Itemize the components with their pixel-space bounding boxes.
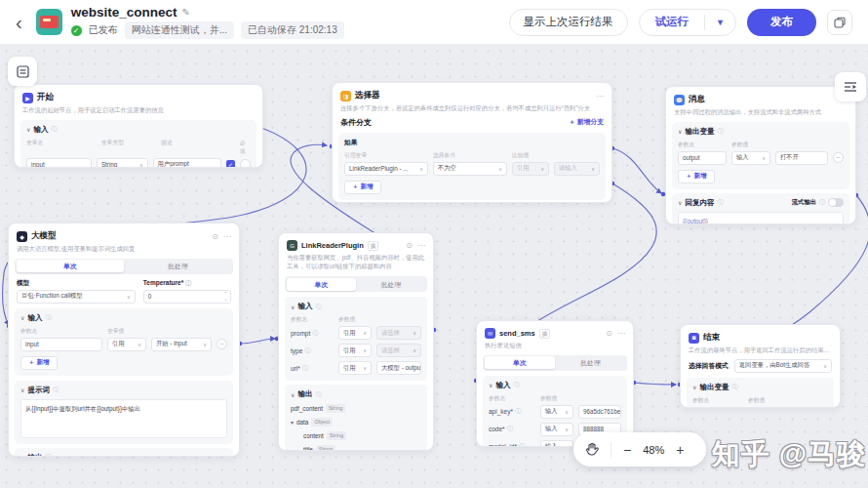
- param-name-input[interactable]: input: [20, 338, 102, 351]
- llm-output-section: ∨ 输出 ⓘ 变量名 变量类型 描述 output String url ＋新增: [15, 448, 233, 457]
- more-icon[interactable]: ⋯: [223, 232, 231, 241]
- param-value-select[interactable]: 大模型 - output: [376, 361, 421, 375]
- variable-type-select[interactable]: String: [97, 158, 148, 168]
- reply-content-section: ∨ 回复内容 ⓘ 流式输出 ⓘ {{output}}: [672, 193, 849, 224]
- collapse-icon[interactable]: ∨: [26, 126, 30, 133]
- temperature-input[interactable]: 0: [143, 290, 231, 304]
- zoom-in-button[interactable]: +: [676, 443, 684, 457]
- param-mode-select[interactable]: 引用: [338, 344, 372, 357]
- autosave-status: 已自动保存 21:02:13: [241, 21, 344, 39]
- end-node-desc: 工作流的最终节点，用于返回工作流运行后的结果信息: [681, 346, 840, 355]
- param-mode-select[interactable]: 输入: [540, 440, 573, 447]
- node-end[interactable]: ◙ 结束 工作流的最终节点，用于返回工作流运行后的结果信息 选择回答模式 返回变…: [680, 324, 841, 408]
- selector-node-desc: 连接多个下游分支，若设定的条件成立则仅运行对应的分支，若均不成立则只运行“否则”…: [333, 104, 612, 113]
- param-mode-select[interactable]: 引用: [338, 361, 372, 375]
- condition-operator-select[interactable]: 不为空: [433, 162, 507, 176]
- output-name-input[interactable]: output: [678, 151, 727, 165]
- remove-row-button[interactable]: −: [217, 339, 227, 349]
- collapse-icon[interactable]: ∨: [20, 314, 24, 321]
- show-last-run-button[interactable]: 显示上次运行结果: [509, 9, 628, 36]
- llm-input-section: ∨ 输入 ⓘ 参数名 变量值 input 引用 开始 - input − ＋新增: [15, 308, 233, 376]
- condition-value-input[interactable]: 请输入: [554, 162, 600, 176]
- duplicate-window-button[interactable]: [827, 10, 852, 35]
- node-linkreader[interactable]: G LinkReaderPlugin 插 ⊙⋯ 当你需要获取网页、pdf、抖音视…: [278, 232, 434, 451]
- add-branch-button[interactable]: ＋ 新增分支: [569, 117, 604, 127]
- tab-batch[interactable]: 批处理: [124, 260, 232, 272]
- tab-batch[interactable]: 批处理: [356, 278, 426, 291]
- add-output-button[interactable]: ＋新增: [678, 170, 715, 183]
- add-param-button[interactable]: ＋新增: [20, 356, 58, 370]
- collapse-icon[interactable]: ∨: [489, 382, 493, 388]
- tab-batch[interactable]: 批处理: [555, 356, 626, 369]
- tab-single[interactable]: 单次: [17, 260, 125, 272]
- selector-node-icon: ◨: [340, 91, 351, 102]
- node-message[interactable]: 💬 消息 支持中间过程的消息输出，支持流式和非流式两种方式 ∨ 输出变量 ⓘ 参…: [665, 86, 856, 224]
- reply-content-input[interactable]: {{output}}: [678, 212, 844, 224]
- collapse-icon[interactable]: ∨: [678, 199, 682, 206]
- output-value-input[interactable]: 打不开: [775, 151, 828, 165]
- settings-icon[interactable]: ⊙: [212, 232, 218, 241]
- edit-title-icon[interactable]: ✎: [181, 7, 189, 18]
- tab-single[interactable]: 单次: [485, 356, 556, 369]
- param-mode-select[interactable]: 输入: [540, 405, 573, 419]
- more-icon[interactable]: ⋯: [417, 241, 425, 250]
- condition-variable-select[interactable]: LinkReaderPlugin - ...: [344, 162, 428, 176]
- publish-button[interactable]: 发布: [747, 9, 816, 36]
- settings-icon[interactable]: ⊙: [406, 241, 413, 250]
- answer-mode-select[interactable]: 返回变量，由Bot生成回答: [734, 359, 832, 373]
- collapse-icon[interactable]: ∨: [678, 128, 682, 135]
- collapse-icon[interactable]: ∨: [20, 454, 24, 457]
- back-button[interactable]: ‹: [16, 13, 22, 32]
- output-mode-select[interactable]: 输入: [731, 151, 770, 165]
- start-input-section: ∨ 输入 ⓘ 变量名 变量类型 描述 必填 input String 用户pro…: [20, 120, 256, 168]
- output-item: title String: [291, 445, 421, 451]
- end-node-icon: ◙: [689, 333, 699, 344]
- test-run-button[interactable]: 试运行 ▼: [639, 9, 736, 36]
- info-icon: ⓘ: [717, 127, 723, 136]
- collapse-icon[interactable]: ∨: [291, 391, 295, 398]
- node-selector[interactable]: ◨ 选择器 ⋯ 连接多个下游分支，若设定的条件成立则仅运行对应的分支，若均不成立…: [332, 82, 612, 203]
- node-palette-button[interactable]: [8, 57, 37, 86]
- model-select[interactable]: 豆包·Function call模型: [17, 290, 136, 304]
- info-icon: ⓘ: [513, 381, 519, 389]
- node-start[interactable]: ▶ 开始 工作流的起始节点，用于设定启动工作流需要的信息 ∨ 输入 ⓘ 变量名 …: [14, 84, 263, 168]
- collapse-icon[interactable]: ∨: [291, 304, 295, 310]
- param-value-select[interactable]: 请选择: [376, 344, 421, 357]
- tab-single[interactable]: 单次: [287, 278, 357, 291]
- collapse-icon[interactable]: ∨: [20, 386, 24, 393]
- workflow-summary: 网站连通性测试，并...: [125, 21, 234, 39]
- pan-hand-icon[interactable]: [585, 442, 599, 457]
- param-value-input[interactable]: 96a5dc761be811efa4: [578, 405, 621, 419]
- collapse-icon[interactable]: ▾: [291, 419, 294, 426]
- test-run-label[interactable]: 试运行: [640, 15, 705, 29]
- test-run-dropdown-icon[interactable]: ▼: [705, 18, 735, 27]
- param-mode-select[interactable]: 引用: [107, 338, 146, 351]
- linkreader-node-title: LinkReaderPlugin: [301, 241, 364, 250]
- variable-name-input[interactable]: input: [26, 158, 92, 168]
- remove-row-button[interactable]: [240, 159, 251, 168]
- node-list-button[interactable]: [835, 72, 866, 102]
- send-sms-node-title: send_sms: [499, 329, 535, 338]
- variable-desc-input[interactable]: 用户prompt: [153, 158, 221, 168]
- more-icon[interactable]: ⋯: [596, 92, 604, 101]
- settings-icon[interactable]: ⊙: [606, 329, 612, 338]
- param-value-select[interactable]: 开始 - input: [151, 338, 212, 351]
- condition-ref-select[interactable]: 引用: [512, 162, 549, 176]
- canvas[interactable]: ▶ 开始 工作流的起始节点，用于设定启动工作流需要的信息 ∨ 输入 ⓘ 变量名 …: [0, 45, 868, 488]
- param-value-select[interactable]: 请选择: [376, 326, 421, 340]
- plugin-badge: 插: [368, 241, 379, 251]
- prompt-input[interactable]: 从{{input}}中提取到url并在{{output}}中输出: [20, 399, 227, 438]
- remove-row-button[interactable]: −: [833, 152, 844, 163]
- collapse-icon[interactable]: ∨: [692, 384, 696, 390]
- node-send-sms[interactable]: ✉ send_sms 插 ⊙⋯ 执行发送短信 单次 批处理 ∨ 输入 ⓘ 参数名…: [476, 320, 634, 447]
- send-sms-tabs: 单次 批处理: [483, 355, 627, 371]
- node-llm[interactable]: ◆ 大模型 ⊙⋯ 调用大语言模型,使用变量和提示词生成回复 单次 批处理 模型 …: [8, 223, 240, 457]
- required-checkbox[interactable]: ✓: [226, 160, 235, 168]
- more-icon[interactable]: ⋯: [617, 329, 625, 338]
- param-label: typeⓘ: [291, 346, 334, 355]
- zoom-out-button[interactable]: −: [623, 443, 631, 457]
- param-mode-select[interactable]: 引用: [338, 326, 372, 340]
- stream-output-toggle[interactable]: [828, 198, 844, 207]
- add-condition-button[interactable]: ＋新增: [344, 181, 381, 194]
- param-mode-select[interactable]: 输入: [540, 423, 573, 436]
